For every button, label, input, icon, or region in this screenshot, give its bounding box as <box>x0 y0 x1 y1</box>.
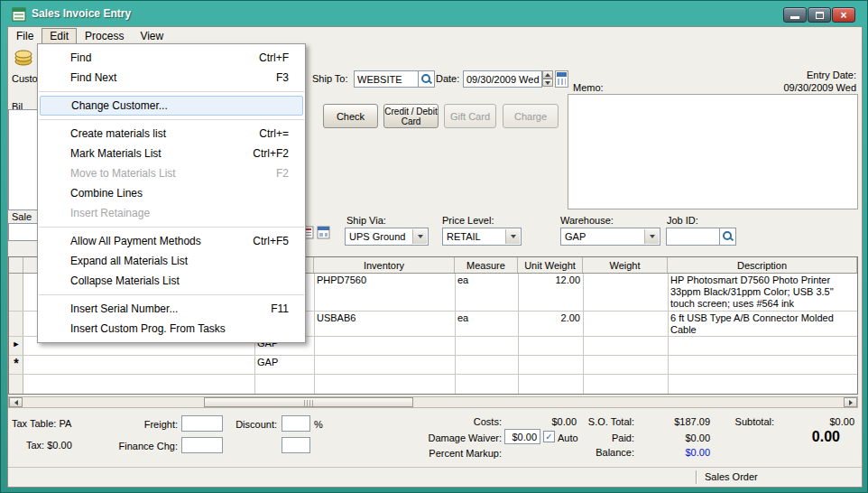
spinner-down-icon[interactable] <box>542 79 553 87</box>
menu-item-allow-all-payment-methods[interactable]: Allow All Payment MethodsCtrl+F5 <box>38 231 305 251</box>
scroll-right-icon[interactable] <box>844 397 857 407</box>
cell-measure[interactable] <box>455 337 518 355</box>
menu-item-find[interactable]: FindCtrl+F <box>38 48 305 68</box>
col-weight[interactable]: Weight <box>583 257 668 273</box>
search-icon <box>723 231 734 242</box>
discount2-input[interactable] <box>282 437 310 453</box>
date-spinner[interactable] <box>542 70 553 88</box>
job-id-input[interactable] <box>666 228 720 246</box>
entry-date-label: Entry Date: <box>748 70 856 80</box>
menu-item-shortcut: F11 <box>271 302 289 315</box>
cell-measure[interactable] <box>455 356 518 374</box>
col-description[interactable]: Description <box>668 257 857 273</box>
menu-item-move-to-materials-list: Move to Materials ListF2 <box>38 163 305 183</box>
menu-item-insert-custom-prog[interactable]: Insert Custom Prog. From Tasks <box>38 319 305 339</box>
auto-checkbox[interactable]: ✓ <box>543 431 555 442</box>
cell-measure[interactable]: ea <box>455 312 518 336</box>
menu-item-insert-serial-number[interactable]: Insert Serial Number...F11 <box>38 299 305 319</box>
chevron-down-icon[interactable] <box>412 229 427 244</box>
discount-input[interactable] <box>282 415 310 432</box>
board-icon-button[interactable] <box>317 226 331 240</box>
calendar-icon <box>557 72 567 77</box>
cell-weight[interactable] <box>583 356 668 374</box>
cell-weight[interactable] <box>583 274 668 311</box>
cell-inventory[interactable]: USBAB6 <box>314 312 455 336</box>
menu-item-create-materials-list[interactable]: Create materials listCtrl+= <box>38 124 305 144</box>
ship-to-input[interactable]: WEBSITE <box>354 70 419 88</box>
percent-sign: % <box>314 419 323 430</box>
credit-debit-button[interactable]: Credit / Debit Card <box>383 104 439 128</box>
grand-total-value: 0.00 <box>728 429 840 445</box>
costs-label: Costs: <box>429 416 502 427</box>
maximize-button[interactable] <box>808 7 831 23</box>
gift-card-button[interactable]: Gift Card <box>444 104 496 128</box>
menu-item-change-customer[interactable]: Change Customer... <box>40 96 303 116</box>
menu-item-combine-lines[interactable]: Combine Lines <box>38 183 305 203</box>
date-calendar-button[interactable] <box>555 70 568 88</box>
row-marker <box>9 312 23 336</box>
chevron-down-icon[interactable] <box>505 229 520 244</box>
scrollbar-thumb[interactable] <box>204 397 413 407</box>
cell-inventory[interactable] <box>314 337 455 355</box>
warehouse-value: GAP <box>565 231 586 242</box>
cell-description[interactable] <box>668 337 857 355</box>
cell-unit-weight[interactable] <box>518 337 583 355</box>
charge-button[interactable]: Charge <box>503 104 559 128</box>
discount-label: Discount: <box>225 419 277 430</box>
menu-item-label: Find Next <box>70 71 116 84</box>
cell-inventory[interactable]: PHPD7560 <box>314 274 455 311</box>
date-input[interactable]: 09/30/2009 Wed <box>463 70 542 88</box>
titlebar[interactable]: Sales Invoice Entry × <box>1 1 868 26</box>
menu-item-mark-materials-list[interactable]: Mark Materials ListCtrl+F2 <box>38 144 305 163</box>
menu-item-label: Move to Materials List <box>70 167 176 180</box>
ship-via-select[interactable]: UPS Ground <box>345 228 429 246</box>
cell-unit-weight[interactable] <box>518 356 583 374</box>
toolbar-money-icon[interactable] <box>12 46 37 68</box>
menu-separator <box>39 227 304 228</box>
table-row[interactable]: * GAP <box>9 356 857 375</box>
cell-description[interactable] <box>668 356 857 374</box>
ship-to-search-button[interactable] <box>419 70 435 88</box>
cell-unit-weight[interactable]: 2.00 <box>518 312 583 336</box>
close-button[interactable]: × <box>832 7 855 23</box>
cell-weight[interactable] <box>583 312 668 336</box>
menu-item-shortcut: Ctrl+F <box>259 51 289 64</box>
horizontal-scrollbar[interactable] <box>8 396 858 408</box>
cell-description[interactable]: 6 ft USB Type A/B Connector Molded Cable <box>668 312 857 336</box>
menu-item-collapse-materials-list[interactable]: Collapse Materials List <box>38 271 305 291</box>
menu-item-shortcut: Ctrl+F5 <box>253 235 289 247</box>
price-level-select[interactable]: RETAIL <box>442 228 522 246</box>
cell-weight[interactable] <box>583 337 668 355</box>
percent-markup-label: Percent Markup: <box>408 448 502 459</box>
memo-box[interactable] <box>568 94 858 209</box>
menu-separator <box>39 294 304 295</box>
cell-description[interactable]: HP Photosmart D7560 Photo Printer 33ppm … <box>668 274 857 311</box>
col-inventory[interactable]: Inventory <box>314 257 455 273</box>
chevron-down-icon[interactable] <box>644 229 659 244</box>
warehouse-select[interactable]: GAP <box>560 228 660 246</box>
search-icon <box>421 74 432 85</box>
menu-item-expand-all-materials-list[interactable]: Expand all Materials List <box>38 251 305 271</box>
balance-label: Balance: <box>562 447 634 458</box>
finance-chg-input[interactable] <box>181 437 223 453</box>
scroll-left-icon[interactable] <box>9 397 23 407</box>
menu-item-find-next[interactable]: Find NextF3 <box>38 68 305 88</box>
damage-waiver-input[interactable]: $0.00 <box>504 429 540 444</box>
so-total-value: $187.09 <box>636 416 710 427</box>
cell-measure[interactable]: ea <box>455 274 518 311</box>
col-measure[interactable]: Measure <box>455 257 518 273</box>
menu-item-label: Insert Retainage <box>70 207 150 219</box>
app-window: Sales Invoice Entry × File Edit Process … <box>0 0 868 493</box>
cell-unit-weight[interactable]: 12.00 <box>518 274 583 311</box>
cell-inventory[interactable] <box>314 356 455 374</box>
check-button[interactable]: Check <box>323 104 378 128</box>
col-marker[interactable] <box>9 257 23 273</box>
new-row-icon: * <box>9 356 23 374</box>
freight-input[interactable] <box>181 415 223 432</box>
statusbar-divider <box>696 470 697 484</box>
cell-warehouse[interactable]: GAP <box>254 356 314 374</box>
minimize-button[interactable] <box>783 7 807 23</box>
col-unit-weight[interactable]: Unit Weight <box>518 257 583 273</box>
job-id-search-button[interactable] <box>720 228 736 246</box>
spinner-up-icon[interactable] <box>542 70 553 79</box>
